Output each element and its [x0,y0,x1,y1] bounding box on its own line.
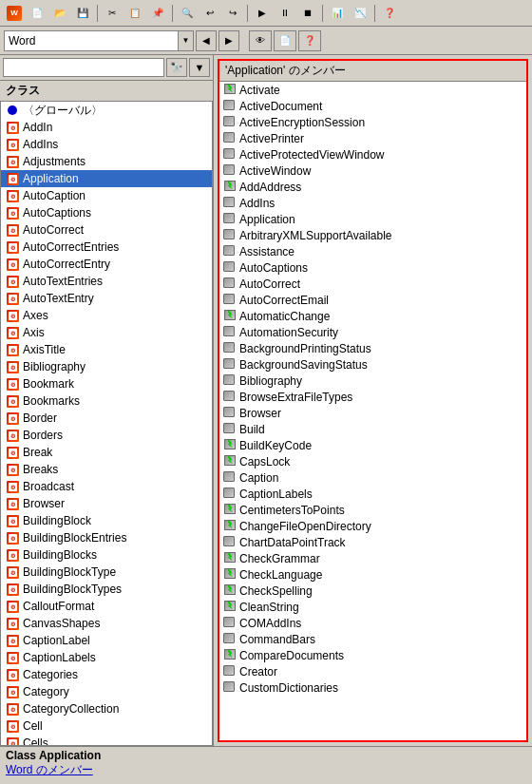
member-item[interactable]: ChartDataPointTrack [219,534,526,550]
class-item[interactable]: ⚙Breaks [1,461,212,478]
class-item[interactable]: ⚙Application [1,170,212,187]
member-item[interactable]: CheckSpelling [219,583,526,599]
member-item[interactable]: ActivePrinter [219,130,526,146]
class-item[interactable]: 〈グローバル〉 [1,102,212,119]
view-object-btn[interactable]: 👁 [249,30,272,51]
stop-btn[interactable]: ⏹ [297,3,318,24]
member-item[interactable]: Bibliography [219,373,526,389]
class-item[interactable]: ⚙BuildingBlockType [1,564,212,581]
open-btn[interactable]: 📂 [49,3,70,24]
member-item[interactable]: AddIns [219,195,526,211]
project-combo[interactable]: Word ▼ [4,30,194,51]
class-item[interactable]: ⚙CaptionLabels [1,649,212,666]
class-item[interactable]: ⚙Break [1,444,212,461]
view-code-btn[interactable]: 📄 [274,30,296,51]
status-member[interactable]: Word のメンバー [6,762,526,778]
class-item[interactable]: ⚙Border [1,410,212,427]
member-item[interactable]: CustomDictionaries [219,679,526,696]
member-item[interactable]: CommandBars [219,631,526,647]
class-item[interactable]: ⚙CalloutFormat [1,598,212,615]
new-btn[interactable]: 📄 [27,3,48,24]
vba-icon-btn[interactable]: W [4,3,25,24]
class-item[interactable]: ⚙AutoTextEntries [1,273,212,290]
redo-btn[interactable]: ↪ [222,3,243,24]
class-item[interactable]: ⚙Axes [1,307,212,324]
member-item[interactable]: BrowseExtraFileTypes [219,389,526,405]
chart-btn[interactable]: 📊 [327,3,348,24]
class-item[interactable]: ⚙AxisTitle [1,341,212,358]
class-item[interactable]: ⚙AddIn [1,119,212,136]
member-item[interactable]: CaptionLabels [219,486,526,502]
class-item[interactable]: ⚙AddIns [1,136,212,153]
class-item[interactable]: ⚙Categories [1,666,212,683]
find-btn[interactable]: 🔍 [177,3,198,24]
combo-arrow[interactable]: ▼ [178,30,193,51]
member-item[interactable]: Caption [219,469,526,486]
nav-next[interactable]: ▶ [218,30,239,51]
class-item[interactable]: ⚙Cells [1,735,212,746]
member-item[interactable]: ActiveEncryptionSession [219,114,526,130]
class-item[interactable]: ⚙Broadcast [1,478,212,495]
member-item[interactable]: Browser [219,405,526,421]
member-item[interactable]: ActiveProtectedViewWindow [219,146,526,163]
class-item[interactable]: ⚙AutoCorrect [1,221,212,239]
member-item[interactable]: BackgroundPrintingStatus [219,340,526,356]
paste-btn[interactable]: 📌 [147,3,168,24]
member-item[interactable]: CapsLock [219,453,526,469]
class-item[interactable]: ⚙AutoCaption [1,187,212,204]
class-item[interactable]: ⚙CategoryCollection [1,700,212,717]
search-btn[interactable]: 🔭 [166,58,187,77]
search-input[interactable] [3,58,164,77]
member-item[interactable]: AutomaticChange [219,308,526,324]
member-item[interactable]: BuildKeyCode [219,437,526,453]
cut-btn[interactable]: ✂ [102,3,123,24]
class-item[interactable]: ⚙Axis [1,324,212,341]
member-item[interactable]: COMAddIns [219,615,526,631]
member-item[interactable]: Activate [219,82,526,98]
member-item[interactable]: ActiveDocument [219,98,526,114]
class-item[interactable]: ⚙Bibliography [1,358,212,375]
class-item[interactable]: ⚙AutoCorrectEntry [1,256,212,273]
member-item[interactable]: CleanString [219,599,526,615]
search-dropdown[interactable]: ▼ [189,58,210,77]
member-item[interactable]: Build [219,421,526,437]
class-item[interactable]: ⚙BuildingBlockEntries [1,529,212,546]
class-item[interactable]: ⚙AutoTextEntry [1,290,212,307]
member-item[interactable]: Application [219,211,526,227]
class-item[interactable]: ⚙Bookmarks [1,392,212,410]
class-item[interactable]: ⚙CanvasShapes [1,615,212,632]
graph-btn[interactable]: 📉 [350,3,370,24]
member-item[interactable]: AutoCorrectEmail [219,292,526,308]
member-item[interactable]: Creator [219,663,526,679]
class-item[interactable]: ⚙Adjustments [1,153,212,170]
member-item[interactable]: ChangeFileOpenDirectory [219,518,526,534]
member-item[interactable]: CheckGrammar [219,550,526,566]
help2-btn[interactable]: ❓ [298,30,321,51]
member-item[interactable]: AutoCorrect [219,276,526,292]
class-item[interactable]: ⚙Bookmark [1,375,212,392]
class-item[interactable]: ⚙Borders [1,427,212,444]
copy-btn[interactable]: 📋 [124,3,145,24]
member-item[interactable]: ActiveWindow [219,163,526,179]
class-item[interactable]: ⚙AutoCaptions [1,204,212,221]
member-item[interactable]: AutomationSecurity [219,324,526,340]
member-item[interactable]: Assistance [219,243,526,259]
pause-btn[interactable]: ⏸ [275,3,295,24]
save-btn[interactable]: 💾 [72,3,93,24]
undo-btn[interactable]: ↩ [200,3,220,24]
class-item[interactable]: ⚙BuildingBlocks [1,546,212,564]
member-item[interactable]: ArbitraryXMLSupportAvailable [219,227,526,243]
member-item[interactable]: CheckLanguage [219,566,526,583]
member-item[interactable]: CompareDocuments [219,647,526,663]
class-item[interactable]: ⚙Cell [1,717,212,735]
run-btn[interactable]: ▶ [252,3,273,24]
class-item[interactable]: ⚙CaptionLabel [1,632,212,649]
nav-prev[interactable]: ◀ [196,30,217,51]
class-item[interactable]: ⚙Browser [1,495,212,512]
member-item[interactable]: AutoCaptions [219,259,526,276]
member-item[interactable]: CentimetersToPoints [219,502,526,518]
help-btn[interactable]: ❓ [379,3,400,24]
member-item[interactable]: BackgroundSavingStatus [219,356,526,373]
class-item[interactable]: ⚙Category [1,683,212,700]
class-item[interactable]: ⚙BuildingBlockTypes [1,581,212,598]
